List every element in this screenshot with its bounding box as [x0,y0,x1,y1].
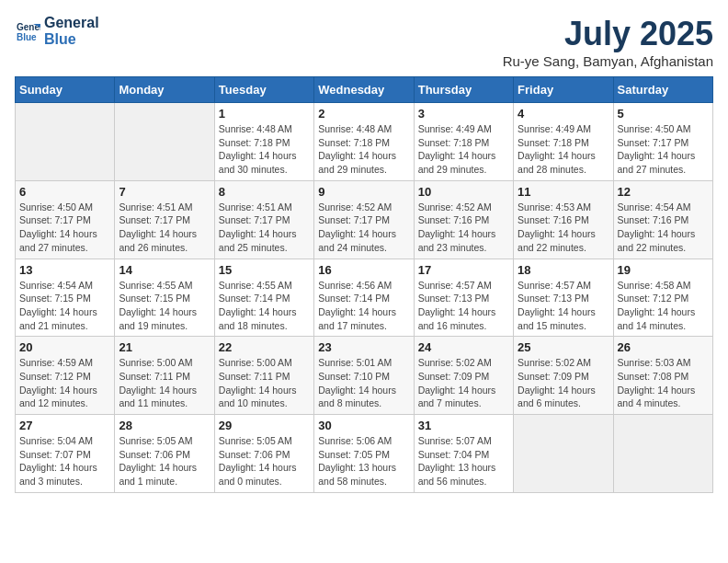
day-detail: Sunrise: 5:03 AM Sunset: 7:08 PM Dayligh… [618,356,709,410]
day-detail: Sunrise: 5:00 AM Sunset: 7:11 PM Dayligh… [119,356,210,410]
day-number: 6 [19,185,110,199]
logo: General Blue General Blue [15,15,99,47]
logo-line1: General [44,15,99,31]
weekday-header-saturday: Saturday [613,77,712,103]
day-detail: Sunrise: 5:04 AM Sunset: 7:07 PM Dayligh… [19,434,110,488]
calendar-cell: 31Sunrise: 5:07 AM Sunset: 7:04 PM Dayli… [414,415,513,493]
day-detail: Sunrise: 5:05 AM Sunset: 7:06 PM Dayligh… [119,434,210,488]
calendar-cell [115,103,214,181]
calendar-week-4: 20Sunrise: 4:59 AM Sunset: 7:12 PM Dayli… [16,337,713,415]
day-detail: Sunrise: 4:55 AM Sunset: 7:14 PM Dayligh… [219,279,310,333]
calendar-cell: 30Sunrise: 5:06 AM Sunset: 7:05 PM Dayli… [314,415,414,493]
calendar-cell: 20Sunrise: 4:59 AM Sunset: 7:12 PM Dayli… [16,337,115,415]
day-detail: Sunrise: 5:05 AM Sunset: 7:06 PM Dayligh… [219,434,310,488]
day-number: 17 [418,263,509,277]
day-number: 7 [119,185,210,199]
svg-text:General: General [17,22,40,32]
calendar-week-5: 27Sunrise: 5:04 AM Sunset: 7:07 PM Dayli… [16,415,713,493]
weekday-header-wednesday: Wednesday [314,77,414,103]
calendar-cell: 12Sunrise: 4:54 AM Sunset: 7:16 PM Dayli… [613,180,712,259]
day-number: 21 [119,340,210,354]
day-detail: Sunrise: 5:00 AM Sunset: 7:11 PM Dayligh… [219,356,310,410]
day-number: 20 [19,340,110,354]
day-number: 22 [219,340,310,354]
day-number: 18 [518,263,609,277]
logo-line2: Blue [44,31,99,48]
day-detail: Sunrise: 4:54 AM Sunset: 7:16 PM Dayligh… [618,201,709,255]
calendar-cell: 2Sunrise: 4:48 AM Sunset: 7:18 PM Daylig… [314,103,414,181]
calendar-body: 1Sunrise: 4:48 AM Sunset: 7:18 PM Daylig… [16,103,713,493]
day-detail: Sunrise: 4:57 AM Sunset: 7:13 PM Dayligh… [418,279,509,333]
calendar-title: July 2025 [503,15,713,53]
day-number: 10 [418,185,509,199]
calendar-cell: 18Sunrise: 4:57 AM Sunset: 7:13 PM Dayli… [514,259,613,337]
calendar-cell: 21Sunrise: 5:00 AM Sunset: 7:11 PM Dayli… [115,337,214,415]
day-detail: Sunrise: 4:48 AM Sunset: 7:18 PM Dayligh… [219,122,310,177]
calendar-cell: 16Sunrise: 4:56 AM Sunset: 7:14 PM Dayli… [314,259,414,337]
calendar-cell: 15Sunrise: 4:55 AM Sunset: 7:14 PM Dayli… [214,259,313,337]
weekday-header-thursday: Thursday [414,77,513,103]
day-detail: Sunrise: 4:49 AM Sunset: 7:18 PM Dayligh… [518,122,609,177]
day-number: 27 [19,419,110,432]
calendar-table: SundayMondayTuesdayWednesdayThursdayFrid… [15,76,713,493]
weekday-header-tuesday: Tuesday [214,77,313,103]
calendar-cell: 29Sunrise: 5:05 AM Sunset: 7:06 PM Dayli… [214,415,313,493]
day-number: 5 [618,107,709,121]
calendar-cell [514,415,613,493]
day-number: 8 [219,185,310,199]
calendar-cell: 3Sunrise: 4:49 AM Sunset: 7:18 PM Daylig… [414,103,513,181]
calendar-cell: 22Sunrise: 5:00 AM Sunset: 7:11 PM Dayli… [214,337,313,415]
svg-text:Blue: Blue [17,32,37,42]
calendar-week-2: 6Sunrise: 4:50 AM Sunset: 7:17 PM Daylig… [16,180,713,259]
day-detail: Sunrise: 4:54 AM Sunset: 7:15 PM Dayligh… [19,279,110,333]
page-header: General Blue General Blue July 2025 Ru-y… [15,15,713,69]
calendar-cell: 7Sunrise: 4:51 AM Sunset: 7:17 PM Daylig… [115,180,214,259]
day-number: 12 [618,185,709,199]
day-detail: Sunrise: 4:49 AM Sunset: 7:18 PM Dayligh… [418,122,509,177]
weekday-header-row: SundayMondayTuesdayWednesdayThursdayFrid… [16,77,713,103]
day-number: 24 [418,340,509,354]
day-number: 30 [318,419,409,432]
day-number: 11 [518,185,609,199]
calendar-cell: 4Sunrise: 4:49 AM Sunset: 7:18 PM Daylig… [514,103,613,181]
calendar-cell: 6Sunrise: 4:50 AM Sunset: 7:17 PM Daylig… [16,180,115,259]
day-detail: Sunrise: 5:02 AM Sunset: 7:09 PM Dayligh… [518,356,609,410]
day-detail: Sunrise: 4:57 AM Sunset: 7:13 PM Dayligh… [518,279,609,333]
day-number: 25 [518,340,609,354]
day-number: 15 [219,263,310,277]
logo-icon: General Blue [15,18,40,44]
day-detail: Sunrise: 4:51 AM Sunset: 7:17 PM Dayligh… [219,201,310,255]
day-number: 9 [318,185,409,199]
day-detail: Sunrise: 4:51 AM Sunset: 7:17 PM Dayligh… [119,201,210,255]
day-detail: Sunrise: 4:50 AM Sunset: 7:17 PM Dayligh… [19,201,110,255]
day-detail: Sunrise: 4:48 AM Sunset: 7:18 PM Dayligh… [318,122,409,177]
calendar-cell: 28Sunrise: 5:05 AM Sunset: 7:06 PM Dayli… [115,415,214,493]
day-detail: Sunrise: 4:55 AM Sunset: 7:15 PM Dayligh… [119,279,210,333]
day-number: 3 [418,107,509,121]
day-number: 14 [119,263,210,277]
day-detail: Sunrise: 5:02 AM Sunset: 7:09 PM Dayligh… [418,356,509,410]
calendar-cell: 17Sunrise: 4:57 AM Sunset: 7:13 PM Dayli… [414,259,513,337]
calendar-week-1: 1Sunrise: 4:48 AM Sunset: 7:18 PM Daylig… [16,103,713,181]
day-number: 31 [418,419,509,432]
day-detail: Sunrise: 4:52 AM Sunset: 7:16 PM Dayligh… [418,201,509,255]
calendar-header: SundayMondayTuesdayWednesdayThursdayFrid… [16,77,713,103]
day-detail: Sunrise: 5:01 AM Sunset: 7:10 PM Dayligh… [318,356,409,410]
day-number: 29 [219,419,310,432]
day-number: 1 [219,107,310,121]
day-number: 19 [618,263,709,277]
calendar-cell: 5Sunrise: 4:50 AM Sunset: 7:17 PM Daylig… [613,103,712,181]
calendar-cell: 23Sunrise: 5:01 AM Sunset: 7:10 PM Dayli… [314,337,414,415]
calendar-cell: 10Sunrise: 4:52 AM Sunset: 7:16 PM Dayli… [414,180,513,259]
day-number: 23 [318,340,409,354]
day-detail: Sunrise: 5:06 AM Sunset: 7:05 PM Dayligh… [318,434,409,488]
day-detail: Sunrise: 4:59 AM Sunset: 7:12 PM Dayligh… [19,356,110,410]
calendar-cell: 9Sunrise: 4:52 AM Sunset: 7:17 PM Daylig… [314,180,414,259]
day-number: 2 [318,107,409,121]
day-detail: Sunrise: 5:07 AM Sunset: 7:04 PM Dayligh… [418,434,509,488]
calendar-cell: 8Sunrise: 4:51 AM Sunset: 7:17 PM Daylig… [214,180,313,259]
calendar-cell: 25Sunrise: 5:02 AM Sunset: 7:09 PM Dayli… [514,337,613,415]
title-block: July 2025 Ru-ye Sang, Bamyan, Afghanista… [503,15,713,69]
calendar-cell: 27Sunrise: 5:04 AM Sunset: 7:07 PM Dayli… [16,415,115,493]
weekday-header-monday: Monday [115,77,214,103]
